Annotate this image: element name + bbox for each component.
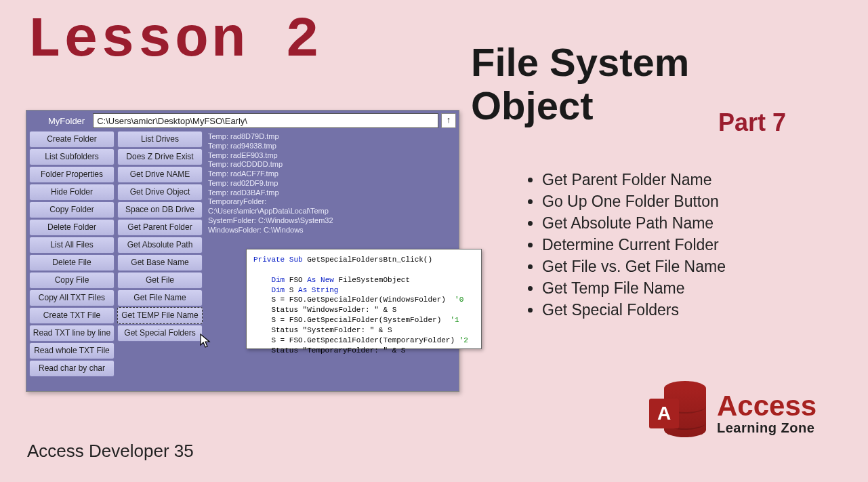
copy-all-txt-button[interactable]: Copy All TXT Files <box>29 289 115 306</box>
output-line: Temp: radACF7F.tmp <box>208 169 453 179</box>
get-absolute-path-button[interactable]: Get Absolute Path <box>117 237 203 254</box>
delete-folder-button[interactable]: Delete Folder <box>29 219 115 236</box>
topic-item: Go Up One Folder Button <box>542 191 840 212</box>
create-txt-button[interactable]: Create TXT File <box>29 307 115 324</box>
code-snippet: Private Sub GetSpecialFoldersBtn_Click()… <box>246 249 482 349</box>
get-parent-folder-button[interactable]: Get Parent Folder <box>117 219 203 236</box>
list-drives-button[interactable]: List Drives <box>117 131 203 148</box>
topic-item: Get Absolute Path Name <box>542 213 840 234</box>
hide-folder-button[interactable]: Hide Folder <box>29 184 115 201</box>
access-letter: A <box>649 399 679 428</box>
output-line: Temp: radEF903.tmp <box>208 151 453 161</box>
output-line: TemporaryFolder: <box>208 197 453 207</box>
logo-line1: Access <box>717 392 817 420</box>
list-subfolders-button[interactable]: List Subfolders <box>29 148 115 165</box>
get-file-button[interactable]: Get File <box>117 272 203 289</box>
output-line: Temp: rad94938.tmp <box>208 142 453 151</box>
read-whole-txt-button[interactable]: Read whole TXT File <box>29 342 115 359</box>
heading-line1: File System <box>471 41 689 84</box>
form-header: MyFolder ↑ <box>26 111 459 131</box>
topic-item: Get Temp File Name <box>542 278 840 299</box>
up-folder-button[interactable]: ↑ <box>441 113 456 128</box>
output-line: Temp: rad02DF9.tmp <box>208 179 453 188</box>
get-drive-object-button[interactable]: Get Drive Object <box>117 184 203 201</box>
footer-label: Access Developer 35 <box>27 441 194 462</box>
read-txt-line-button[interactable]: Read TXT line by line <box>29 325 115 342</box>
copy-folder-button[interactable]: Copy Folder <box>29 201 115 218</box>
topic-item: Determine Current Folder <box>542 235 840 256</box>
output-line: WindowsFolder: C:\Windows <box>208 226 453 235</box>
topic-item: Get File vs. Get File Name <box>542 256 840 277</box>
output-line: C:\Users\amicr\AppData\Local\Temp <box>208 207 453 216</box>
myfolder-input[interactable] <box>93 113 438 128</box>
output-line: SystemFolder: C:\Windows\System32 <box>208 216 453 226</box>
topic-list: Get Parent Folder Name Go Up One Folder … <box>542 169 840 321</box>
logo-line2: Learning Zone <box>717 420 817 436</box>
heading-block: File System Object <box>471 41 689 127</box>
logo-text: Access Learning Zone <box>717 392 817 436</box>
get-special-folders-button[interactable]: Get Special Folders <box>117 325 203 342</box>
create-folder-button[interactable]: Create Folder <box>29 131 115 148</box>
space-on-db-drive-button[interactable]: Space on DB Drive <box>117 201 203 218</box>
lesson-title: Lesson 2 <box>27 8 322 73</box>
read-char-button[interactable]: Read char by char <box>29 360 115 377</box>
list-all-files-button[interactable]: List All Files <box>29 237 115 254</box>
output-line: Temp: radCDDDD.tmp <box>208 160 453 169</box>
logo-block: A Access Learning Zone <box>649 380 817 447</box>
button-grid: Create Folder List Subfolders Folder Pro… <box>29 131 203 377</box>
get-base-name-button[interactable]: Get Base Name <box>117 254 203 271</box>
topic-item: Get Parent Folder Name <box>542 169 840 190</box>
output-line: Temp: radD3BAF.tmp <box>208 188 453 198</box>
output-line: Temp: rad8D79D.tmp <box>208 132 453 142</box>
heading-line2: Object <box>471 84 689 127</box>
get-temp-file-name-button[interactable]: Get TEMP File Name <box>117 307 203 324</box>
copy-file-button[interactable]: Copy File <box>29 272 115 289</box>
part-label: Part 7 <box>718 108 786 137</box>
get-drive-name-button[interactable]: Get Drive NAME <box>117 166 203 183</box>
topic-item: Get Special Folders <box>542 300 840 321</box>
delete-file-button[interactable]: Delete File <box>29 254 115 271</box>
myfolder-label: MyFolder <box>29 116 90 126</box>
folder-properties-button[interactable]: Folder Properties <box>29 166 115 183</box>
get-file-name-button[interactable]: Get File Name <box>117 289 203 306</box>
does-z-exist-button[interactable]: Does Z Drive Exist <box>117 148 203 165</box>
access-icon: A <box>649 380 709 447</box>
